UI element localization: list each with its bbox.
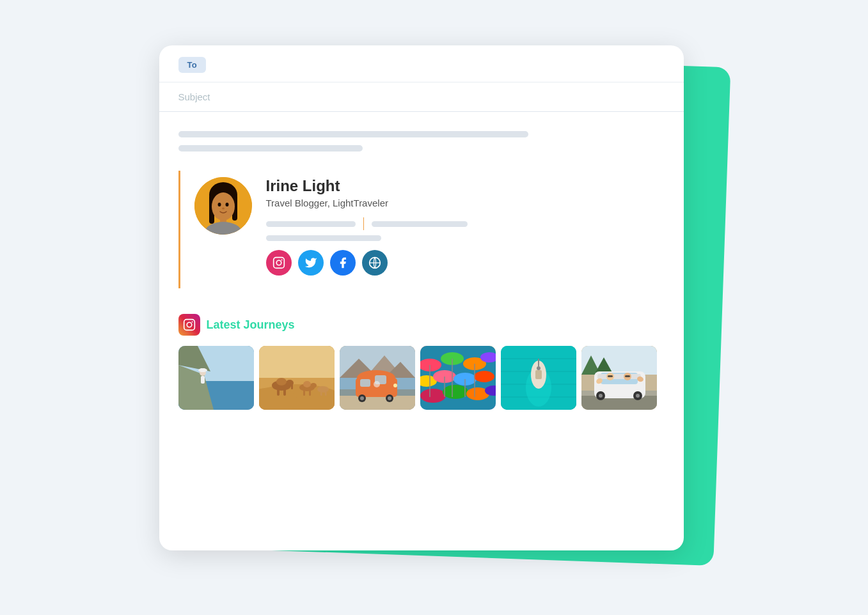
journeys-title: Latest Journeys (207, 318, 295, 332)
svg-point-70 (474, 371, 494, 382)
svg-rect-24 (201, 376, 205, 384)
svg-point-13 (281, 259, 282, 260)
svg-point-60 (374, 381, 380, 387)
svg-point-12 (276, 260, 281, 265)
signature-info: Irine Light Travel Blogger, LightTravele… (266, 177, 665, 276)
photo-thumb-6[interactable] (581, 346, 657, 410)
svg-rect-101 (608, 375, 613, 377)
svg-point-88 (537, 366, 541, 370)
sig-line-c (266, 235, 381, 241)
photo-thumb-3[interactable] (340, 346, 415, 410)
svg-point-8 (222, 208, 225, 210)
to-row: To (159, 45, 684, 82)
svg-rect-102 (625, 375, 630, 377)
svg-rect-15 (184, 320, 194, 331)
svg-point-41 (303, 381, 311, 387)
to-badge[interactable]: To (178, 57, 207, 73)
social-icons-row (266, 250, 665, 276)
svg-point-108 (636, 394, 640, 398)
svg-rect-35 (291, 383, 293, 389)
svg-point-42 (317, 386, 329, 393)
svg-point-71 (420, 389, 446, 403)
svg-point-17 (191, 321, 193, 322)
email-signature: Irine Light Travel Blogger, LightTravele… (178, 171, 665, 288)
sig-divider (363, 217, 365, 230)
svg-point-40 (310, 383, 317, 388)
svg-point-72 (443, 385, 468, 399)
subject-placeholder: Subject (178, 91, 210, 102)
body-placeholder-lines (178, 131, 665, 152)
wordpress-icon[interactable] (362, 250, 388, 276)
scene: To Subject (159, 45, 709, 570)
subject-row[interactable]: Subject (159, 82, 684, 112)
photos-row (178, 346, 665, 410)
svg-rect-55 (360, 379, 370, 387)
placeholder-line-2 (178, 145, 363, 152)
photo-thumb-4[interactable] (420, 346, 496, 410)
svg-rect-44 (325, 389, 327, 396)
svg-point-16 (187, 322, 192, 327)
sig-line-a (266, 221, 356, 227)
svg-rect-11 (273, 258, 284, 269)
avatar (194, 177, 252, 235)
svg-rect-98 (597, 374, 641, 379)
journeys-instagram-icon (178, 314, 200, 336)
svg-point-36 (276, 378, 287, 385)
svg-rect-43 (320, 389, 322, 396)
svg-point-107 (599, 394, 603, 398)
svg-point-61 (393, 384, 397, 387)
instagram-icon[interactable] (266, 250, 292, 276)
email-compose-card: To Subject (159, 45, 684, 550)
email-body: Irine Light Travel Blogger, LightTravele… (159, 112, 684, 442)
facebook-icon[interactable] (330, 250, 356, 276)
twitter-icon[interactable] (298, 250, 324, 276)
svg-rect-87 (535, 370, 542, 379)
svg-point-7 (225, 203, 228, 206)
svg-rect-32 (277, 384, 280, 396)
svg-rect-39 (309, 387, 311, 396)
sig-line-b (372, 221, 468, 227)
signature-placeholder-row-1 (266, 217, 665, 230)
svg-point-59 (388, 396, 391, 400)
photo-thumb-5[interactable] (501, 346, 576, 410)
photo-thumb-1[interactable] (178, 346, 254, 410)
signature-title: Travel Blogger, LightTraveler (266, 198, 665, 208)
svg-point-57 (360, 396, 364, 400)
journeys-section: Latest Journeys (178, 308, 665, 429)
photo-thumb-2[interactable] (259, 346, 335, 410)
svg-rect-28 (259, 346, 335, 378)
placeholder-line-1 (178, 131, 528, 137)
svg-rect-38 (303, 387, 305, 396)
svg-point-6 (217, 203, 221, 206)
svg-rect-26 (200, 368, 205, 372)
signature-name: Irine Light (266, 177, 665, 195)
journeys-header: Latest Journeys (178, 314, 665, 336)
svg-rect-33 (283, 384, 286, 396)
